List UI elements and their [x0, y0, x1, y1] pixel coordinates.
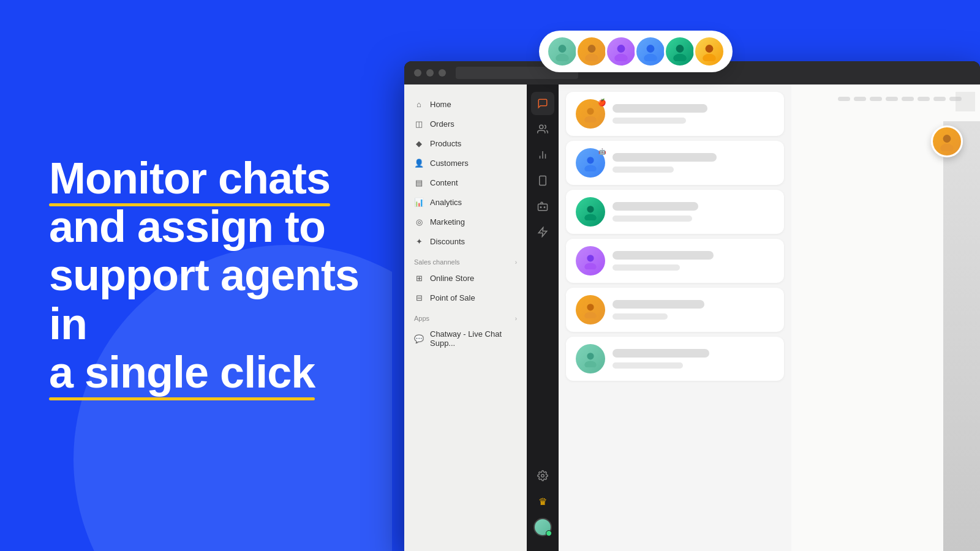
chat-info-4	[612, 251, 774, 271]
products-icon: ◆	[414, 138, 424, 148]
chat-avatar-3	[576, 197, 605, 227]
sidebar-item-analytics[interactable]: 📊 Analytics	[404, 192, 527, 212]
chat-msg-5	[612, 313, 668, 320]
apps-arrow: ›	[515, 315, 517, 322]
chat-item-4[interactable]	[566, 239, 784, 283]
pg-dot-1	[838, 97, 850, 101]
chat-item-2[interactable]: 🤖	[566, 141, 784, 185]
sidebar-item-home[interactable]: ⌂ Home	[404, 94, 527, 114]
sidebar-item-content[interactable]: ▤ Content	[404, 173, 527, 192]
app-body: ⌂ Home ◫ Orders ◆ Products 👤 Customers ▤	[404, 84, 980, 551]
chat-info-2	[612, 153, 774, 173]
sidebar-label-content: Content	[430, 178, 458, 187]
window-dot-green	[439, 69, 446, 77]
sidebar-label-pos: Point of Sale	[430, 293, 475, 302]
svg-point-18	[584, 263, 597, 270]
pagination-dots	[838, 97, 962, 101]
icon-strip-mobile[interactable]	[531, 169, 554, 192]
home-icon: ⌂	[414, 99, 424, 109]
icon-strip-lightning[interactable]	[531, 220, 554, 244]
sidebar-item-customers[interactable]: 👤 Customers	[404, 153, 527, 173]
svg-point-33	[706, 45, 714, 53]
pg-dot-4	[886, 97, 898, 101]
chat-info-5	[612, 300, 774, 320]
window-dot-red	[414, 69, 421, 77]
icon-strip-user-avatar[interactable]	[531, 515, 554, 539]
svg-point-27	[617, 45, 625, 53]
svg-marker-9	[538, 228, 547, 237]
svg-point-22	[584, 361, 597, 368]
chatway-icon: 💬	[414, 334, 424, 343]
hero-line3: support agents in	[49, 250, 359, 348]
agent-avatar-1[interactable]	[546, 36, 578, 67]
sidebar-item-marketing[interactable]: ◎ Marketing	[404, 212, 527, 231]
online-store-icon: ⊞	[414, 273, 424, 283]
chat-msg-6	[612, 362, 683, 369]
os-indicator-2: 🤖	[598, 147, 606, 156]
hero-heading: Monitor chats and assign to support agen…	[49, 154, 392, 397]
sidebar-label-marketing: Marketing	[430, 217, 465, 227]
chat-name-2	[612, 153, 717, 162]
agent-avatar-5[interactable]	[664, 36, 696, 67]
agent-avatar-3[interactable]	[605, 36, 637, 67]
chat-msg-4	[612, 264, 680, 271]
hero-line2: and assign to	[49, 202, 325, 251]
chat-msg-1	[612, 118, 686, 124]
chat-info-3	[612, 202, 774, 222]
svg-point-15	[587, 206, 594, 212]
sidebar-item-chatway[interactable]: 💬 Chatway - Live Chat Supp...	[404, 324, 527, 353]
chat-item-1[interactable]: 🍎	[566, 92, 784, 136]
svg-point-26	[585, 54, 598, 61]
svg-rect-6	[538, 204, 548, 211]
pg-dot-5	[902, 97, 914, 101]
svg-point-30	[644, 54, 657, 61]
sidebar-item-discounts[interactable]: ✦ Discounts	[404, 231, 527, 251]
discounts-icon: ✦	[414, 236, 424, 246]
sidebar-label-products: Products	[430, 139, 461, 148]
chat-info-6	[612, 349, 774, 369]
chat-item-6[interactable]	[566, 337, 784, 381]
chat-name-3	[612, 202, 698, 211]
customers-icon: 👤	[414, 158, 424, 168]
orders-icon: ◫	[414, 119, 424, 129]
sidebar-item-pos[interactable]: ⊟ Point of Sale	[404, 288, 527, 307]
floating-agent-right	[931, 126, 963, 157]
chat-item-3[interactable]	[566, 190, 784, 234]
icon-strip-bottom-section: ♛	[531, 464, 554, 544]
pg-dot-7	[933, 97, 946, 101]
agent-avatar-2[interactable]	[576, 36, 608, 67]
agent-avatar-4[interactable]	[635, 36, 666, 67]
pg-dot-6	[918, 97, 930, 101]
svg-point-8	[544, 207, 545, 208]
marketing-icon: ◎	[414, 217, 424, 227]
chat-avatar-5	[576, 295, 605, 324]
icon-strip-analytics[interactable]	[531, 143, 554, 167]
app-window: ⌂ Home ◫ Orders ◆ Products 👤 Customers ▤	[404, 61, 980, 551]
icon-strip-settings[interactable]	[531, 464, 554, 487]
analytics-icon: 📊	[414, 197, 424, 207]
content-icon: ▤	[414, 178, 424, 187]
sidebar-item-online-store[interactable]: ⊞ Online Store	[404, 268, 527, 288]
sidebar-item-orders[interactable]: ◫ Orders	[404, 114, 527, 133]
svg-point-24	[556, 54, 569, 61]
pos-icon: ⊟	[414, 293, 424, 302]
sidebar-item-products[interactable]: ◆ Products	[404, 133, 527, 153]
icon-strip-bot[interactable]	[531, 195, 554, 218]
content-action-btn[interactable]	[956, 92, 975, 111]
svg-point-25	[588, 45, 596, 53]
svg-point-17	[587, 255, 594, 261]
icon-strip-premium[interactable]: ♛	[531, 490, 554, 513]
sidebar-label-chatway: Chatway - Live Chat Supp...	[430, 329, 517, 348]
window-dot-yellow	[426, 69, 434, 77]
agent-avatar-6[interactable]	[693, 36, 725, 67]
sidebar-label-analytics: Analytics	[430, 198, 462, 207]
svg-point-0	[540, 125, 543, 129]
svg-point-19	[587, 304, 594, 310]
chat-msg-2	[612, 167, 674, 173]
sales-channels-label: Sales channels ›	[404, 251, 527, 268]
chat-item-5[interactable]	[566, 288, 784, 332]
svg-point-28	[614, 54, 628, 61]
icon-strip-chat[interactable]	[531, 92, 554, 115]
sidebar-label-orders: Orders	[430, 119, 454, 129]
icon-strip-users[interactable]	[531, 118, 554, 141]
